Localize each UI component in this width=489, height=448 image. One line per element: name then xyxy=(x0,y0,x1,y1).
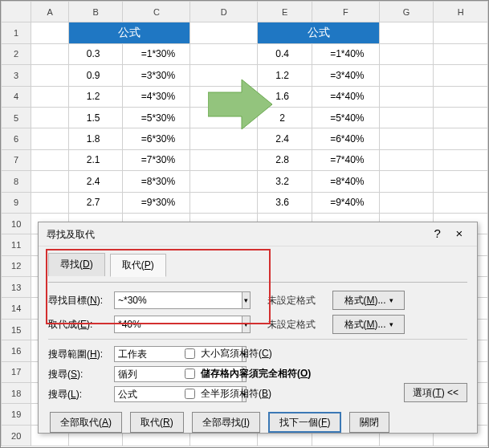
row-header[interactable]: 5 xyxy=(2,107,31,128)
row-header[interactable]: 15 xyxy=(2,319,31,340)
cell[interactable]: 1.5 xyxy=(68,107,123,128)
cell[interactable] xyxy=(190,43,258,64)
cell[interactable]: 2.8 xyxy=(258,149,312,170)
row-header[interactable]: 3 xyxy=(2,65,31,86)
row-header[interactable]: 16 xyxy=(2,340,31,361)
cell[interactable]: 2 xyxy=(258,107,312,128)
cell[interactable] xyxy=(379,107,434,128)
row-header[interactable]: 8 xyxy=(2,171,31,192)
options-button[interactable]: 選項(T) << xyxy=(404,383,467,402)
cell[interactable] xyxy=(379,171,434,192)
cell[interactable]: 公式 xyxy=(258,22,379,43)
find-next-button[interactable]: 找下一個(F) xyxy=(268,412,341,433)
cell[interactable]: 0.9 xyxy=(68,65,123,86)
chevron-down-icon[interactable]: ▾ xyxy=(242,316,251,333)
match-width-checkbox[interactable] xyxy=(185,389,195,399)
cell[interactable] xyxy=(190,107,258,128)
cell[interactable]: 1.2 xyxy=(258,65,312,86)
row-header[interactable]: 1 xyxy=(2,22,31,43)
row-header[interactable]: 10 xyxy=(2,213,31,234)
format-button[interactable]: 格式(M)... xyxy=(332,291,405,310)
row-header[interactable]: 7 xyxy=(2,149,31,170)
cell[interactable]: =1*40% xyxy=(312,43,379,64)
cell[interactable]: 3.2 xyxy=(258,171,312,192)
cell[interactable]: 3.6 xyxy=(258,192,312,213)
col-header[interactable]: A xyxy=(31,2,69,22)
tab-find[interactable]: 尋找(D) xyxy=(48,253,105,276)
cell[interactable] xyxy=(379,149,434,170)
cell[interactable] xyxy=(190,149,258,170)
find-all-button[interactable]: 全部尋找(I) xyxy=(192,412,260,433)
row-header[interactable]: 19 xyxy=(2,404,31,425)
cell[interactable] xyxy=(434,149,488,170)
row-header[interactable]: 20 xyxy=(2,425,31,446)
cell[interactable]: =8*40% xyxy=(312,171,379,192)
row-header[interactable]: 14 xyxy=(2,298,31,319)
row-header[interactable]: 2 xyxy=(2,43,31,64)
cell[interactable] xyxy=(434,65,488,86)
cell[interactable] xyxy=(434,22,488,43)
row-header[interactable]: 18 xyxy=(2,383,31,404)
cell[interactable]: =1*30% xyxy=(123,43,190,64)
replace-button[interactable]: 取代(R) xyxy=(130,412,184,433)
cell[interactable]: =9*30% xyxy=(123,192,190,213)
cell[interactable] xyxy=(434,128,488,149)
cell[interactable]: 2.1 xyxy=(68,149,123,170)
cell[interactable]: 2.4 xyxy=(68,171,123,192)
cell[interactable]: 2.7 xyxy=(68,192,123,213)
find-input[interactable] xyxy=(114,291,242,309)
cell[interactable]: 2.4 xyxy=(258,128,312,149)
cell[interactable] xyxy=(434,171,488,192)
cell[interactable] xyxy=(31,86,69,107)
cell[interactable] xyxy=(379,43,434,64)
row-header[interactable]: 9 xyxy=(2,192,31,213)
cell[interactable] xyxy=(434,43,488,64)
cell[interactable]: =7*40% xyxy=(312,149,379,170)
dialog-titlebar[interactable]: 尋找及取代 ? × xyxy=(39,222,477,246)
cell[interactable] xyxy=(190,192,258,213)
cell[interactable]: =4*40% xyxy=(312,86,379,107)
format-button[interactable]: 格式(M)... xyxy=(332,315,405,334)
cell[interactable] xyxy=(379,128,434,149)
cell[interactable]: =3*40% xyxy=(312,65,379,86)
cell[interactable] xyxy=(190,65,258,86)
cell[interactable] xyxy=(434,192,488,213)
match-case-checkbox[interactable] xyxy=(185,348,195,359)
cell[interactable]: 1.8 xyxy=(68,128,123,149)
cell[interactable] xyxy=(31,65,69,86)
cell[interactable] xyxy=(379,22,434,43)
cell[interactable]: =5*30% xyxy=(123,107,190,128)
col-header[interactable]: B xyxy=(68,2,123,22)
match-entire-checkbox[interactable] xyxy=(185,369,195,379)
col-header[interactable]: G xyxy=(379,2,434,22)
row-header[interactable]: 13 xyxy=(2,277,31,298)
cell[interactable] xyxy=(31,107,69,128)
row-header[interactable]: 17 xyxy=(2,361,31,382)
corner-cell[interactable] xyxy=(2,2,31,22)
col-header[interactable]: H xyxy=(434,2,488,22)
cell[interactable]: =6*30% xyxy=(123,128,190,149)
cell[interactable] xyxy=(190,22,258,43)
cell[interactable]: =5*40% xyxy=(312,107,379,128)
col-header[interactable]: F xyxy=(312,2,379,22)
tab-replace[interactable]: 取代(P) xyxy=(110,254,166,277)
row-header[interactable]: 6 xyxy=(2,128,31,149)
cell[interactable]: 1.6 xyxy=(258,86,312,107)
cell[interactable] xyxy=(434,86,488,107)
cell[interactable] xyxy=(31,171,69,192)
replace-all-button[interactable]: 全部取代(A) xyxy=(50,412,122,433)
replace-input[interactable] xyxy=(114,316,242,333)
col-header[interactable]: E xyxy=(258,2,312,22)
row-header[interactable]: 4 xyxy=(2,86,31,107)
cell[interactable] xyxy=(379,86,434,107)
chevron-down-icon[interactable]: ▾ xyxy=(242,291,251,309)
cell[interactable] xyxy=(190,86,258,107)
cell[interactable]: =9*40% xyxy=(312,192,379,213)
cell[interactable]: 0.3 xyxy=(68,43,123,64)
cell[interactable] xyxy=(31,192,69,213)
close-button[interactable]: 關閉 xyxy=(349,412,389,433)
cell[interactable]: =4*30% xyxy=(123,86,190,107)
row-header[interactable]: 12 xyxy=(2,255,31,276)
cell[interactable] xyxy=(31,128,69,149)
cell[interactable]: =3*30% xyxy=(123,65,190,86)
